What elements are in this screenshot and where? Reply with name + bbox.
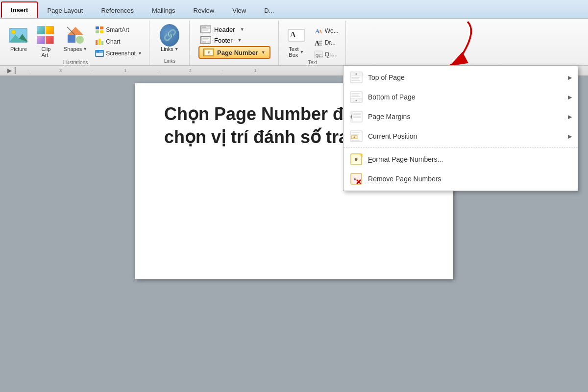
links-label: Links — [161, 46, 173, 52]
group-text: A TextBox ▼ A A — [280, 21, 346, 65]
group-header-footer: Header ▼ Footer ▼ — [191, 21, 279, 65]
tab-page-layout[interactable]: Page Layout — [38, 2, 92, 18]
remove-page-numbers-label: Remove Page Numbers — [368, 175, 441, 183]
wordart-label: Wo... — [325, 27, 339, 34]
bottom-of-page-label: Bottom of Page — [368, 93, 416, 101]
top-of-page-icon: # — [349, 71, 363, 84]
header-label: Header — [214, 26, 235, 33]
textbox-icon: A — [287, 25, 306, 45]
svg-text:#: # — [355, 156, 358, 162]
svg-rect-14 — [101, 41, 103, 45]
signature-icon: Qu... — [314, 50, 323, 59]
svg-text:#: # — [355, 98, 357, 102]
svg-rect-12 — [96, 40, 98, 45]
dropdown-separator — [343, 147, 578, 148]
picture-icon — [9, 25, 28, 45]
links-arrow: ▼ — [174, 47, 179, 51]
svg-text:#: # — [350, 115, 352, 119]
screenshot-label: Screenshot — [106, 50, 136, 57]
header-icon — [200, 25, 211, 33]
text-group-label: Text — [308, 60, 317, 65]
svg-text:#: # — [354, 175, 357, 181]
picture-label: Picture — [10, 46, 27, 52]
ruler-left-arrow: ▶ — [5, 67, 14, 74]
screenshot-icon — [95, 49, 104, 58]
shapes-icon — [66, 25, 85, 45]
page-number-label: Page Number — [217, 49, 258, 56]
dropdown-item-current-position[interactable]: # Current Position ▶ — [343, 126, 578, 146]
textbox-arrow: ▼ — [299, 49, 304, 54]
links-group-label: Links — [164, 58, 175, 65]
page-number-dropdown: # Top of Page ▶ # Bottom of Page ▶ — [343, 65, 578, 191]
footer-icon — [200, 36, 211, 44]
svg-rect-13 — [98, 39, 100, 45]
svg-point-6 — [76, 36, 84, 44]
smartart-button[interactable]: SmartArt — [92, 24, 145, 35]
clipart-icon — [36, 25, 56, 45]
text-buttons: A TextBox ▼ A A — [284, 22, 342, 60]
page-number-button[interactable]: # Page Number ▼ — [198, 46, 270, 59]
format-page-numbers-label: Format Page Numbers... — [368, 155, 443, 163]
svg-rect-10 — [96, 30, 99, 33]
screenshot-button[interactable]: Screenshot ▼ — [92, 48, 145, 59]
top-of-page-arrow: ▶ — [568, 74, 572, 81]
tab-view[interactable]: View — [223, 2, 255, 18]
dropdown-item-remove-page-numbers[interactable]: # Remove Page Numbers — [343, 169, 578, 189]
links-button[interactable]: 🔗 Links ▼ — [157, 24, 182, 54]
dropdown-item-top-of-page[interactable]: # Top of Page ▶ — [343, 68, 578, 87]
current-position-arrow: ▶ — [568, 133, 572, 140]
illustrations-group-label: Illustrations — [63, 60, 88, 67]
bottom-of-page-icon: # — [349, 90, 363, 104]
picture-button[interactable]: Picture — [6, 24, 31, 54]
page-number-icon: # — [203, 49, 214, 56]
clipart-button[interactable]: ClipArt — [33, 24, 59, 60]
format-page-numbers-icon: # — [349, 152, 363, 166]
wordart-button[interactable]: A A Wo... — [311, 25, 342, 36]
tab-review[interactable]: Review — [185, 2, 223, 18]
footer-arrow: ▼ — [238, 38, 242, 43]
dropdown-item-bottom-of-page[interactable]: # Bottom of Page ▶ — [343, 87, 578, 107]
header-arrow: ▼ — [240, 27, 245, 32]
textbox-button[interactable]: A TextBox ▼ — [284, 24, 309, 60]
bottom-of-page-arrow: ▶ — [568, 94, 572, 100]
hf-buttons: Header ▼ Footer ▼ — [198, 22, 270, 60]
signature-button[interactable]: Qu... Qu... — [311, 49, 342, 60]
svg-rect-9 — [100, 26, 103, 29]
clipart-label: ClipArt — [42, 46, 51, 58]
page-margins-arrow: ▶ — [568, 114, 572, 120]
tab-bar: Insert Page Layout References Mailings R… — [0, 0, 588, 19]
chart-button[interactable]: Chart — [92, 36, 145, 47]
svg-rect-8 — [96, 26, 99, 29]
footer-button[interactable]: Footer ▼ — [198, 35, 270, 45]
dropcap-label: Dr... — [325, 39, 336, 46]
svg-rect-17 — [97, 51, 99, 53]
illustrations-items: Picture ClipArt — [6, 22, 145, 60]
shapes-label: Shapes — [64, 46, 82, 52]
dropdown-item-page-margins[interactable]: # Page Margins ▶ — [343, 107, 578, 126]
chart-icon — [95, 37, 104, 46]
tab-mailings[interactable]: Mailings — [143, 2, 184, 18]
page-margins-icon: # — [349, 110, 363, 123]
ribbon: Insert Page Layout References Mailings R… — [0, 0, 588, 66]
signature-label: Qu... — [325, 51, 338, 58]
shapes-dropdown-arrow: ▼ — [83, 47, 87, 51]
svg-rect-11 — [100, 30, 103, 33]
dropdown-item-format-page-numbers[interactable]: # Format Page Numbers... — [343, 149, 578, 169]
svg-text:Qu...: Qu... — [316, 54, 323, 58]
svg-point-1 — [12, 30, 16, 34]
ribbon-content: Picture ClipArt — [0, 19, 588, 65]
page-margins-label: Page Margins — [368, 113, 410, 121]
header-button[interactable]: Header ▼ — [198, 24, 270, 34]
remove-page-numbers-icon: # — [349, 172, 363, 186]
svg-text:A: A — [318, 29, 322, 34]
tab-insert[interactable]: Insert — [1, 1, 38, 18]
tab-references[interactable]: References — [92, 2, 142, 18]
tab-developer[interactable]: D... — [255, 2, 283, 18]
top-of-page-label: Top of Page — [368, 74, 405, 81]
smartart-label: SmartArt — [106, 26, 129, 33]
shapes-button[interactable]: Shapes ▼ — [61, 24, 90, 54]
footer-label: Footer — [214, 37, 233, 44]
dropcap-button[interactable]: A Dr... — [311, 37, 342, 48]
ruler-indent — [14, 67, 16, 74]
current-position-label: Current Position — [368, 132, 417, 140]
